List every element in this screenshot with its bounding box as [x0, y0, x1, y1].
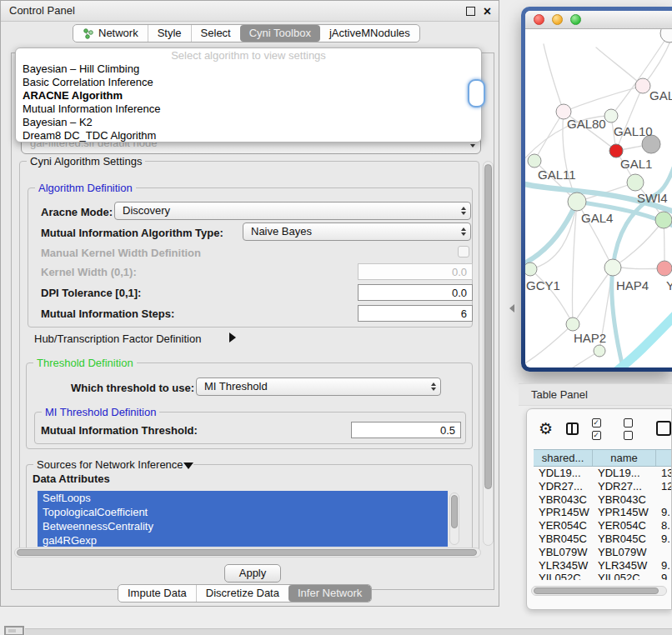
dropdown-item[interactable]: Mutual Information Inference	[16, 102, 481, 116]
network-node-gcy1[interactable]	[525, 262, 537, 276]
dropdown-item[interactable]: Basic Correlation Inference	[16, 76, 481, 89]
table-row[interactable]: YPR145WYPR145W9.	[534, 506, 672, 519]
dropdown-item[interactable]: Bayesian – Hill Climbing	[16, 62, 481, 76]
split-collapse-icon[interactable]	[509, 304, 514, 312]
list-item[interactable]: BetweennessCentrality	[38, 519, 448, 533]
table-row[interactable]: YBR045CYBR045C9.	[534, 532, 672, 546]
collapsed-panel-button[interactable]	[4, 626, 24, 635]
combo-stepper-icon	[461, 223, 466, 240]
node-label: GAL	[649, 88, 672, 102]
float-window-icon[interactable]	[466, 7, 475, 16]
dropdown-item[interactable]: Bayesian – K2	[16, 116, 481, 129]
node-label: GAL80	[567, 117, 606, 131]
table-horizontal-scrollbar[interactable]	[531, 586, 667, 596]
close-window-icon[interactable]: ×	[484, 2, 491, 22]
apply-button[interactable]: Apply	[224, 564, 281, 582]
table-row[interactable]: YBL079WYBL079W	[534, 546, 672, 559]
table-panel-title: Table Panel	[531, 384, 588, 406]
network-node-red[interactable]	[609, 144, 623, 158]
table-row[interactable]: YIL052CYIL052C9.	[534, 572, 672, 580]
table-row[interactable]: YLR345WYLR345W9.	[534, 559, 672, 572]
node-label: GAL4	[581, 211, 613, 225]
network-node[interactable]	[635, 78, 650, 93]
close-traffic-light-icon[interactable]	[534, 14, 544, 25]
mi-algorithm-type-value: Naive Bayes	[251, 225, 312, 238]
aracne-mode-combo[interactable]: Discovery	[114, 202, 471, 220]
manual-kernel-width-checkbox[interactable]	[458, 246, 469, 258]
list-item[interactable]: gal4RGexp	[38, 533, 448, 547]
minimize-traffic-light-icon[interactable]	[552, 14, 563, 25]
dpi-tolerance-field[interactable]: 0.0	[358, 284, 473, 301]
node-label: GAL10	[614, 124, 653, 138]
list-scrollbar[interactable]	[449, 492, 459, 545]
settings-vertical-scrollbar[interactable]	[483, 161, 494, 546]
zoom-traffic-light-icon[interactable]	[570, 14, 581, 25]
checkbox-unchecked-pair-icon[interactable]	[624, 416, 643, 441]
tab-impute-data[interactable]: Impute Data	[118, 585, 196, 602]
document-icon[interactable]	[656, 421, 671, 436]
which-threshold-value: MI Threshold	[204, 380, 268, 392]
which-threshold-combo[interactable]: MI Threshold	[196, 378, 441, 396]
algorithm-dropdown-popup: Select algorithm to view settings Bayesi…	[15, 48, 482, 142]
mi-threshold-label: Mutual Information Threshold:	[41, 424, 198, 437]
cyni-algorithm-settings-title: Cyni Algorithm Settings	[27, 155, 145, 168]
network-node[interactable]	[655, 212, 672, 228]
network-node-gal10[interactable]	[604, 109, 618, 122]
network-node-hap2[interactable]	[566, 318, 579, 331]
network-node[interactable]	[660, 29, 672, 42]
tab-jactivemnodules[interactable]: jActiveMNodules	[320, 25, 419, 42]
network-node-gal1[interactable]	[627, 174, 644, 191]
network-node-gal11[interactable]	[528, 154, 541, 168]
bottom-tab-strip: Impute Data Discretize Data Infer Networ…	[118, 584, 372, 602]
list-item[interactable]: SelfLoops	[38, 491, 448, 505]
settings-horizontal-scrollbar[interactable]	[14, 548, 481, 558]
node-label: HAP2	[574, 331, 606, 345]
collapse-arrow-icon[interactable]	[183, 462, 193, 469]
tab-cyni-toolbox[interactable]: Cyni Toolbox	[240, 25, 320, 42]
tab-network-label: Network	[98, 25, 138, 42]
tab-discretize-data[interactable]: Discretize Data	[196, 585, 288, 602]
mi-steps-label: Mutual Information Steps:	[41, 308, 174, 320]
network-node-salmon[interactable]	[657, 261, 672, 276]
sources-title: Sources for Network Inference	[33, 458, 187, 471]
kernel-width-field[interactable]: 0.0	[358, 263, 473, 280]
aracne-mode-label: Aracne Mode:	[41, 206, 113, 218]
table-row[interactable]: YDR27...YDR27...12	[534, 480, 672, 493]
tab-network[interactable]: Network	[73, 25, 148, 42]
table-row[interactable]: YDL19...YDL19...13	[534, 467, 672, 480]
algorithm-definition-title: Algorithm Definition	[35, 182, 136, 194]
hub-definition-label[interactable]: Hub/Transcription Factor Definition	[34, 332, 201, 345]
mi-threshold-field[interactable]: 0.5	[351, 422, 461, 438]
tab-style[interactable]: Style	[148, 25, 191, 42]
network-node-hap4[interactable]	[604, 259, 621, 276]
column-header[interactable]: name	[593, 450, 656, 466]
table-panel-header: Table Panel	[519, 383, 672, 406]
split-columns-icon[interactable]	[566, 422, 578, 435]
dropdown-item[interactable]: Dream8 DC_TDC Algorithm	[16, 129, 481, 142]
table-row[interactable]: YER054CYER054C8.	[534, 519, 672, 532]
checkbox-checked-pair-icon[interactable]: ✓✓	[592, 416, 611, 441]
gear-icon[interactable]: ⚙	[539, 421, 553, 437]
tab-select[interactable]: Select	[191, 25, 240, 42]
dropdown-item-selected[interactable]: ARACNE Algorithm	[16, 89, 481, 102]
mi-algorithm-type-combo[interactable]: Naive Bayes	[243, 222, 471, 241]
mi-threshold-definition-title: MI Threshold Definition	[42, 406, 159, 418]
control-panel-titlebar[interactable]: Control Panel ×	[1, 1, 499, 22]
network-canvas[interactable]: GAL GAL80 GAL10 GAL1 GAL11 SWI4 GAL4 GCY…	[525, 29, 672, 368]
tab-infer-network[interactable]: Infer Network	[288, 585, 371, 602]
network-window-titlebar[interactable]	[525, 11, 672, 29]
focused-combo-fragment[interactable]	[468, 79, 485, 108]
column-header[interactable]: A	[656, 450, 672, 466]
node-label: GAL11	[538, 168, 576, 182]
expand-arrow-icon[interactable]	[229, 332, 236, 342]
node-label: GCY1	[526, 278, 560, 292]
node-label: HAP4	[616, 278, 649, 292]
network-node[interactable]	[594, 345, 605, 357]
column-header[interactable]: shared...	[534, 450, 593, 466]
network-node-gal4[interactable]	[568, 192, 586, 211]
node-label: GAL1	[620, 157, 652, 171]
which-threshold-label: Which threshold to use:	[71, 382, 194, 394]
table-row[interactable]: YBR043CYBR043C	[534, 493, 672, 507]
mi-steps-field[interactable]: 6	[358, 305, 473, 322]
list-item[interactable]: TopologicalCoefficient	[38, 505, 448, 519]
